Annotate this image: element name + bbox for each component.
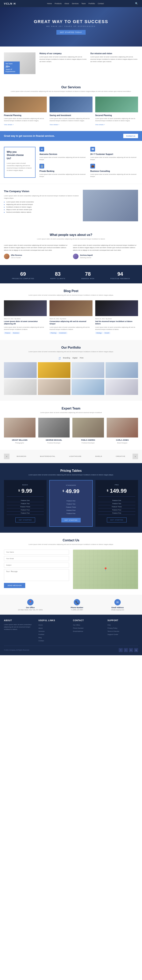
blog-tag-3-1[interactable]: Strategy <box>95 332 103 334</box>
vision-item-4: Aliqua ut enim ad minim veniam quis <box>4 209 79 210</box>
blog-title: Blog Post <box>4 289 138 293</box>
footer-columns: About Lorem ipsum dolor sit amet consect… <box>4 619 138 643</box>
portfolio-item-8[interactable] <box>105 379 138 395</box>
badge-line1: We have <box>6 63 13 65</box>
filter-digital[interactable]: Digital <box>72 357 77 360</box>
blog-tag-2-2[interactable]: Investment <box>58 332 67 334</box>
portfolio-item-4[interactable] <box>105 362 138 378</box>
service-link-1[interactable]: View details + <box>4 124 14 126</box>
blog-card-1: March 25, 2021 / By Admin Lorem ipsum do… <box>4 300 47 334</box>
email-icon: ✉ <box>114 599 121 605</box>
author-name-2: Dorinna Napoli <box>80 254 93 256</box>
service-link-2[interactable]: View details + <box>49 124 59 126</box>
feature-title-4: Business Consulting <box>90 170 138 172</box>
nav-services[interactable]: Services <box>72 3 79 5</box>
footer-col-links: Useful Links Home About Services Portfol… <box>38 619 69 643</box>
nav-products[interactable]: Products <box>55 3 62 5</box>
social-twitter-icon[interactable]: t <box>124 648 128 652</box>
pricing-btn-1[interactable]: Get Started <box>15 517 35 522</box>
footer-copyright: © 2021 Company. All Rights Reserved. <box>4 649 30 651</box>
contact-info-office: 📍 Our Office 123 Main Street, New York, … <box>18 599 43 611</box>
team-name-4: CARLA JONES <box>107 439 138 441</box>
blog-card-3: March 15, 2021 / By Admin Sed do eiusmod… <box>95 300 138 334</box>
portfolio-item-1[interactable] <box>4 362 37 378</box>
footer-link-portfolio: Portfolio <box>38 633 69 635</box>
blog-tag-3-2[interactable]: Growth <box>104 332 110 334</box>
contact-submit-button[interactable]: SEND MESSAGE <box>4 583 25 588</box>
filter-all[interactable]: All <box>59 357 61 360</box>
service-link-3[interactable]: View details + <box>95 124 105 126</box>
portfolio-item-2[interactable] <box>38 362 70 378</box>
contact-email-input[interactable] <box>4 556 69 561</box>
pricing-feature-2-1: Feature One <box>53 500 89 503</box>
contact-office-title: Our Office <box>18 606 43 609</box>
feature-icon-4: 💼 <box>90 164 95 169</box>
feature-2: ☎ 24 / 7 Customer Support Lorem ipsum do… <box>90 147 138 161</box>
service-image-1 <box>4 97 47 112</box>
features-section: Why you Should choose Us? Lorem ipsum do… <box>0 141 142 184</box>
blog-tag-1-1[interactable]: Finance <box>4 332 11 334</box>
social-linkedin-icon[interactable]: in <box>129 648 133 652</box>
why-choose-heading: Why you Should choose Us? <box>7 150 33 160</box>
footer-contact-email: Email Address <box>73 630 104 632</box>
search-icon[interactable]: 🔍 <box>135 2 138 5</box>
contact-message-textarea[interactable] <box>4 569 69 581</box>
testimonial-author-1: Ella Florence CEO & Founder <box>4 254 69 259</box>
why-choose-content: Why you Should choose Us? Lorem ipsum do… <box>4 147 35 178</box>
hero-subheading: WE HAVE 20+ YEARS OF EXPERIENCES <box>34 25 108 27</box>
stat-label-4: Positive feedback <box>110 278 130 280</box>
blog-tag-2-1[interactable]: Planning <box>49 332 57 334</box>
filter-print[interactable]: Print <box>80 357 83 360</box>
nav-contact[interactable]: Contact <box>98 3 104 5</box>
portfolio-item-5[interactable] <box>4 379 37 395</box>
banner-cta-button[interactable]: Contact us <box>123 134 138 138</box>
pricing-features-1: Feature One Feature Two Feature Three Fe… <box>7 499 44 515</box>
team-image-1 <box>4 418 35 438</box>
portfolio-item-6[interactable] <box>38 379 70 395</box>
team-image-4 <box>107 418 138 438</box>
social-instagram-icon[interactable]: ig <box>134 648 138 652</box>
contact-content: SEND MESSAGE 📍 <box>4 550 138 589</box>
pricing-currency-2: $ <box>62 489 64 492</box>
about-history-title: History of our company <box>40 52 87 54</box>
contact-name-input[interactable] <box>4 550 69 555</box>
footer-link-about: About <box>38 627 69 629</box>
blog-post-text-3: Lorem ipsum dolor sit amet consectetur a… <box>95 326 138 331</box>
portfolio-item-3[interactable] <box>72 362 104 378</box>
pricing-btn-3[interactable]: Get Started <box>107 517 127 522</box>
blog-tag-1-2[interactable]: Business <box>12 332 20 334</box>
portfolio-item-7[interactable] <box>72 379 104 395</box>
nav-team[interactable]: Team <box>81 3 86 5</box>
social-facebook-icon[interactable]: f <box>119 648 123 652</box>
team-member-1: GRANT WILLIAMS Photographer <box>4 418 35 444</box>
contact-office-text: 123 Main Street, New York, NY 10001 <box>18 609 43 611</box>
nav-home[interactable]: Home <box>47 3 52 5</box>
service-card-2: Saving and Investment Lorem ipsum dolor … <box>49 97 92 126</box>
filter-branding[interactable]: Branding <box>63 357 70 360</box>
testimonials-subtitle: Lorem ipsum dolor sit amet consectetur a… <box>4 238 138 240</box>
footer-link-contact: Contact <box>38 639 69 642</box>
pricing-btn-2[interactable]: Get Started <box>61 518 81 522</box>
footer-contact-phone: Phone Number <box>73 627 104 629</box>
hero-cta-button[interactable]: GET STARTED TODAY <box>56 30 86 35</box>
hero-content: GREAT WAY TO GET SUCCESS WE HAVE 20+ YEA… <box>34 19 108 35</box>
about-image: We have 20+ Years of Experiences <box>4 52 35 74</box>
badge-line2: Years of <box>6 68 12 70</box>
portfolio-filters: All Branding Digital Print <box>4 357 138 360</box>
team-name-2: GEORGE MICHAEL <box>38 439 70 441</box>
partners-prev-arrow[interactable]: ‹ <box>4 453 10 459</box>
blog-post-title-1: Lorem ipsum dolor sit amet consectetur a… <box>4 320 47 325</box>
navbar-logo[interactable]: VCLN H <box>4 2 16 5</box>
contact-subject-input[interactable] <box>4 563 69 568</box>
partners-next-arrow[interactable]: › <box>132 453 138 459</box>
service-card-1: Financial Planning Lorem ipsum dolor sit… <box>4 97 47 126</box>
testimonial-2: Lorem ipsum dolor sit amet consectetur a… <box>73 244 138 259</box>
feature-4: 💼 Business Consulting Lorem ipsum dolor … <box>90 164 138 178</box>
feature-text-3: Lorem ipsum dolor sit amet consectetur a… <box>40 173 87 178</box>
blog-tags-2: Planning Investment <box>49 332 92 334</box>
blog-post-title-3: Sed do eiusmod tempor incididunt ut labo… <box>95 320 138 325</box>
nav-about[interactable]: About <box>64 3 69 5</box>
team-name-3: PABLO ANDRES <box>72 439 104 441</box>
pricing-currency-3: $ <box>107 489 108 492</box>
nav-portfolio[interactable]: Portfolio <box>88 3 95 5</box>
